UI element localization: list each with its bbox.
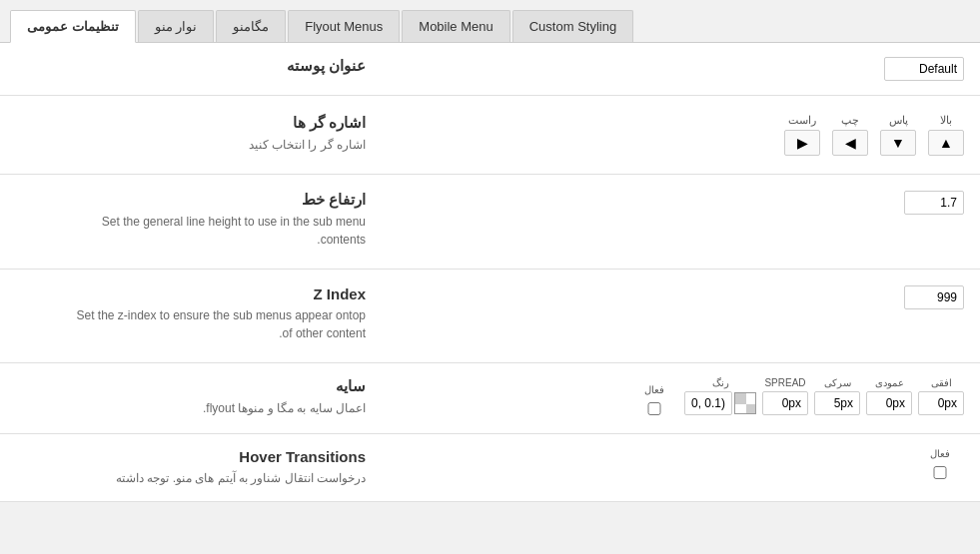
cursor-left: راست ▶ چپ ◀ پاس ▼ بالا ▲ bbox=[376, 114, 964, 156]
hover-title: Hover Transitions bbox=[16, 448, 366, 465]
hover-enable-label: فعال bbox=[930, 448, 950, 459]
shadow-section: فعال رنگ SPREAD سرک bbox=[0, 363, 980, 434]
shadow-color-preview[interactable] bbox=[734, 392, 756, 414]
shadow-enable-label: فعال bbox=[644, 384, 664, 395]
post-title-section: عنوان پوسته bbox=[0, 43, 980, 96]
arrow-item-up: بالا ▲ bbox=[928, 114, 964, 156]
zindex-input[interactable] bbox=[904, 285, 964, 309]
cursor-section: راست ▶ چپ ◀ پاس ▼ بالا ▲ اشاره گر ها ا bbox=[0, 96, 980, 175]
arrow-right-btn[interactable]: ▶ bbox=[784, 130, 820, 156]
shadow-blur-label: سرکی bbox=[824, 377, 851, 388]
arrow-right-label: راست bbox=[788, 114, 816, 127]
shadow-blur-input[interactable] bbox=[814, 391, 860, 415]
line-height-desc: Set the general line height to use in th… bbox=[16, 213, 366, 249]
cursor-title: اشاره گر ها bbox=[16, 114, 366, 132]
cursor-right: اشاره گر ها اشاره گر را انتخاب کنید bbox=[16, 114, 376, 154]
shadow-horizontal-item: افقی bbox=[918, 377, 964, 415]
shadow-spread-item: SPREAD bbox=[762, 377, 808, 415]
shadow-title: سایه bbox=[16, 377, 366, 395]
line-height-input[interactable] bbox=[904, 191, 964, 215]
shadow-blur-item: سرکی bbox=[814, 377, 860, 415]
line-height-right: ارتفاع خط Set the general line height to… bbox=[16, 191, 376, 249]
shadow-color-item: رنگ bbox=[684, 377, 756, 415]
arrow-left-label: چپ bbox=[841, 114, 859, 127]
arrow-up-btn[interactable]: ▲ bbox=[928, 130, 964, 156]
shadow-enable-item: فعال bbox=[630, 384, 678, 415]
hover-left: فعال bbox=[376, 448, 964, 479]
tab-custom[interactable]: Custom Styling bbox=[512, 10, 633, 42]
hover-desc: درخواست انتقال شناور به آیتم های منو. تو… bbox=[16, 469, 366, 487]
post-title-input[interactable] bbox=[884, 57, 964, 81]
arrow-up-label: بالا bbox=[940, 114, 952, 127]
tab-flyout[interactable]: Flyout Menus bbox=[288, 10, 400, 42]
line-height-left bbox=[376, 191, 964, 215]
arrow-item-right: راست ▶ bbox=[784, 114, 820, 156]
tabs-bar: تنظیمات عمومی نوار منو مگامنو Flyout Men… bbox=[0, 0, 980, 43]
zindex-left bbox=[376, 285, 964, 309]
shadow-group: فعال رنگ SPREAD سرک bbox=[630, 377, 964, 415]
tab-general[interactable]: تنظیمات عمومی bbox=[10, 10, 136, 43]
arrow-down-label: پاس bbox=[889, 114, 908, 127]
line-height-section: ارتفاع خط Set the general line height to… bbox=[0, 175, 980, 270]
arrow-left-btn[interactable]: ◀ bbox=[832, 130, 868, 156]
shadow-vertical-item: عمودی bbox=[866, 377, 912, 415]
zindex-section: Z Index Set the z-index to ensure the su… bbox=[0, 270, 980, 363]
shadow-desc: اعمال سایه به مگا و منوها flyout. bbox=[16, 399, 366, 417]
zindex-right: Z Index Set the z-index to ensure the su… bbox=[16, 285, 376, 342]
shadow-horizontal-input[interactable] bbox=[918, 391, 964, 415]
shadow-spread-label: SPREAD bbox=[764, 377, 805, 388]
shadow-left: فعال رنگ SPREAD سرک bbox=[376, 377, 964, 415]
hover-right: Hover Transitions درخواست انتقال شناور ب… bbox=[16, 448, 376, 487]
post-title-title: عنوان پوسته bbox=[16, 57, 366, 75]
cursor-desc: اشاره گر را انتخاب کنید bbox=[16, 136, 366, 154]
hover-section: فعال Hover Transitions درخواست انتقال شن… bbox=[0, 434, 980, 502]
arrow-item-left: چپ ◀ bbox=[832, 114, 868, 156]
shadow-color-input[interactable] bbox=[684, 391, 732, 415]
shadow-vertical-label: عمودی bbox=[875, 377, 904, 388]
zindex-desc: Set the z-index to ensure the sub menus … bbox=[16, 306, 366, 342]
shadow-right: سایه اعمال سایه به مگا و منوها flyout. bbox=[16, 377, 376, 417]
shadow-vertical-input[interactable] bbox=[866, 391, 912, 415]
hover-enable-item: فعال bbox=[916, 448, 964, 479]
arrow-item-down: پاس ▼ bbox=[880, 114, 916, 156]
shadow-color-label: رنگ bbox=[712, 377, 729, 388]
shadow-enable-checkbox[interactable] bbox=[630, 402, 678, 415]
shadow-horizontal-label: افقی bbox=[931, 377, 952, 388]
post-title-right: عنوان پوسته bbox=[16, 57, 376, 79]
tab-mobile[interactable]: Mobile Menu bbox=[402, 10, 509, 42]
tab-mega[interactable]: مگامنو bbox=[216, 10, 286, 42]
zindex-title: Z Index bbox=[16, 285, 366, 302]
shadow-spread-input[interactable] bbox=[762, 391, 808, 415]
content-area: عنوان پوسته راست ▶ چپ ◀ پاس ▼ بالا bbox=[0, 43, 980, 502]
arrow-down-btn[interactable]: ▼ bbox=[880, 130, 916, 156]
tab-nav-menu[interactable]: نوار منو bbox=[138, 10, 215, 42]
post-title-left bbox=[376, 57, 964, 81]
line-height-title: ارتفاع خط bbox=[16, 191, 366, 209]
arrow-group: راست ▶ چپ ◀ پاس ▼ بالا ▲ bbox=[784, 114, 964, 156]
hover-enable-checkbox[interactable] bbox=[916, 466, 964, 479]
